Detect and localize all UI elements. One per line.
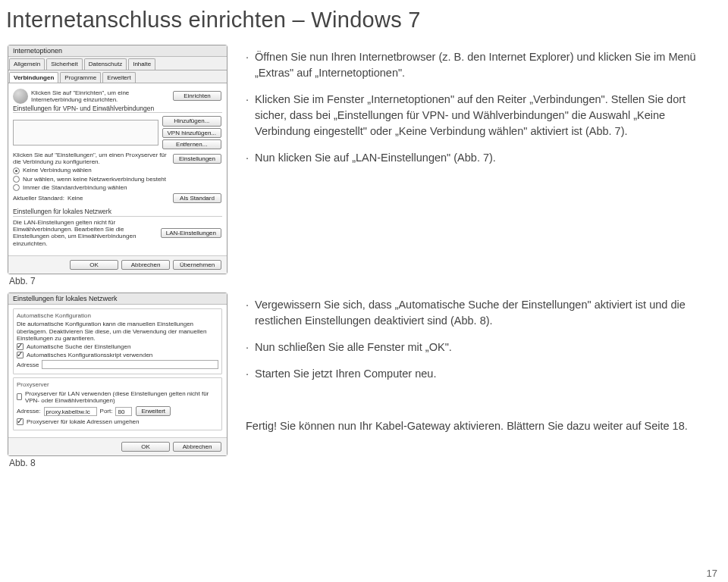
- instruction-list-bottom: Vergewissern Sie sich, dass „Automatisch…: [246, 297, 720, 382]
- checkbox-script-label: Automatisches Konfigurationsskript verwe…: [27, 352, 152, 358]
- remove-button[interactable]: Entfernen...: [162, 139, 221, 149]
- radio-always-label: Immer die Standardverbindung wählen: [23, 184, 127, 191]
- checkbox-auto-detect[interactable]: [17, 343, 24, 350]
- page-number: 17: [707, 568, 717, 579]
- proxy-port-label: Port:: [100, 408, 113, 415]
- tab-inhalte[interactable]: Inhalte: [128, 58, 155, 69]
- checkbox-proxy[interactable]: [17, 393, 22, 400]
- default-label: Aktueller Standard:: [13, 195, 64, 202]
- proxy-port-input[interactable]: 80: [115, 407, 132, 416]
- cancel-button[interactable]: Abbrechen: [121, 260, 170, 270]
- checkbox-auto-detect-label: Automatische Suche der Einstellungen: [27, 343, 130, 350]
- instruction-item: Nun klicken Sie auf „LAN-Einstellungen" …: [246, 150, 720, 166]
- caption-abb8: Abb. 8: [8, 458, 228, 468]
- add-vpn-button[interactable]: VPN hinzufügen...: [162, 128, 221, 138]
- auto-config-frame-title: Automatische Konfiguration: [17, 312, 218, 319]
- checkbox-script[interactable]: [17, 352, 24, 358]
- tab-sicherheit[interactable]: Sicherheit: [46, 58, 83, 69]
- connection-list[interactable]: [13, 120, 158, 146]
- radio-always[interactable]: [13, 184, 20, 191]
- radio-only-when-label: Nur wählen, wenn keine Netzwerkverbindun…: [23, 176, 166, 183]
- lan-hint: Die LAN-Einstellungen gelten nicht für E…: [13, 219, 157, 247]
- tab-row-1: Allgemein Sicherheit Datenschutz Inhalte: [8, 57, 227, 70]
- tab-verbindungen[interactable]: Verbindungen: [9, 72, 58, 83]
- radio-only-when[interactable]: [13, 176, 20, 183]
- lan-settings-button[interactable]: LAN-Einstellungen: [161, 228, 221, 238]
- tab-allgemein[interactable]: Allgemein: [9, 58, 45, 69]
- instruction-item: Öffnen Sie nun Ihren Internetbrowser (z.…: [246, 49, 720, 81]
- radio-no-conn[interactable]: [13, 167, 20, 174]
- ok-button[interactable]: OK: [70, 260, 118, 270]
- setup-button[interactable]: Einrichten: [173, 91, 221, 101]
- instruction-item: Vergewissern Sie sich, dass „Automatisch…: [246, 297, 720, 329]
- tab-erweitert[interactable]: Erweitert: [102, 72, 136, 83]
- setup-hint: Klicken Sie auf "Einrichten", um eine In…: [31, 89, 169, 103]
- apply-button[interactable]: Übernehmen: [173, 260, 221, 270]
- ok-button[interactable]: OK: [121, 442, 170, 452]
- proxy-address-label: Adresse:: [17, 408, 41, 415]
- checkbox-proxy-label: Proxyserver für LAN verwenden (diese Ein…: [25, 390, 218, 404]
- dialog-title: Internetoptionen: [8, 45, 227, 57]
- vpn-section-title: Einstellungen für VPN- und Einwählverbin…: [13, 105, 222, 114]
- globe-icon: [13, 89, 28, 104]
- address-label: Adresse: [17, 361, 39, 368]
- proxy-address-input[interactable]: proxy.kabelbw.lc: [44, 407, 97, 416]
- instruction-item: Starten Sie jetzt Ihren Computer neu.: [246, 366, 720, 382]
- radio-no-conn-label: Keine Verbindung wählen: [23, 167, 92, 174]
- tab-programme[interactable]: Programme: [60, 72, 101, 83]
- proxy-config-hint: Klicken Sie auf "Einstellungen", um eine…: [13, 152, 169, 165]
- advanced-button[interactable]: Erweitert: [136, 406, 171, 416]
- dialog-internetoptionen: Internetoptionen Allgemein Sicherheit Da…: [8, 45, 228, 274]
- page-title: Internetanschluss einrichten – Windows 7: [0, 0, 728, 45]
- final-note: Fertig! Sie können nun Ihr Kabel-Gateway…: [246, 418, 720, 433]
- settings-button[interactable]: Einstellungen: [173, 154, 221, 164]
- instruction-item: Klicken Sie im Fenster „Internetoptionen…: [246, 92, 720, 139]
- dialog-title: Einstellungen für lokales Netzwerk: [8, 293, 227, 305]
- set-default-button[interactable]: Als Standard: [173, 193, 221, 203]
- instruction-list-top: Öffnen Sie nun Ihren Internetbrowser (z.…: [246, 49, 720, 166]
- cancel-button[interactable]: Abbrechen: [173, 442, 221, 452]
- tab-row-2: Verbindungen Programme Erweitert: [8, 70, 227, 83]
- proxy-frame-title: Proxyserver: [17, 381, 218, 388]
- tab-datenschutz[interactable]: Datenschutz: [84, 58, 127, 69]
- default-value: Keine: [67, 195, 83, 202]
- dialog-lan-settings: Einstellungen für lokales Netzwerk Autom…: [8, 293, 228, 457]
- checkbox-bypass[interactable]: [17, 418, 24, 425]
- address-input[interactable]: [42, 360, 218, 369]
- add-button[interactable]: Hinzufügen...: [162, 116, 221, 126]
- caption-abb7: Abb. 7: [8, 276, 228, 286]
- checkbox-bypass-label: Proxyserver für lokale Adressen umgehen: [27, 418, 140, 425]
- instruction-item: Nun schließen Sie alle Fenster mit „OK".: [246, 340, 720, 355]
- auto-config-hint: Die automatische Konfiguration kann die …: [17, 321, 218, 342]
- lan-section-title: Einstellungen für lokales Netzwerk: [13, 208, 222, 217]
